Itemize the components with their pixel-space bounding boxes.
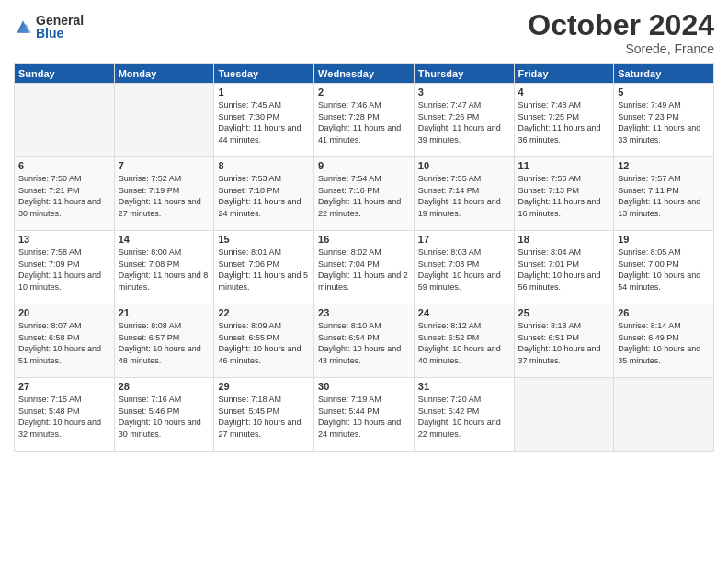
day-info: Sunrise: 7:52 AM Sunset: 7:19 PM Dayligh… xyxy=(119,173,210,219)
day-info: Sunrise: 7:55 AM Sunset: 7:14 PM Dayligh… xyxy=(418,173,510,219)
day-info: Sunrise: 8:07 AM Sunset: 6:58 PM Dayligh… xyxy=(18,320,110,366)
day-number: 3 xyxy=(418,86,510,98)
column-header-wednesday: Wednesday xyxy=(314,64,415,84)
day-number: 5 xyxy=(618,86,710,98)
calendar-cell: 4 Sunrise: 7:48 AM Sunset: 7:25 PM Dayli… xyxy=(514,84,614,157)
sunrise-text: Sunrise: 7:20 AM xyxy=(418,395,482,404)
calendar-cell: 25 Sunrise: 8:13 AM Sunset: 6:51 PM Dayl… xyxy=(514,304,614,378)
day-info: Sunrise: 8:14 AM Sunset: 6:49 PM Dayligh… xyxy=(618,320,710,366)
day-number: 14 xyxy=(119,234,210,245)
day-number: 25 xyxy=(518,307,610,318)
column-header-sunday: Sunday xyxy=(15,64,115,84)
daylight-text: Daylight: 11 hours and 33 minutes. xyxy=(618,123,700,144)
sunset-text: Sunset: 7:30 PM xyxy=(218,112,279,121)
day-info: Sunrise: 7:19 AM Sunset: 5:44 PM Dayligh… xyxy=(318,394,410,440)
calendar-cell: 17 Sunrise: 8:03 AM Sunset: 7:03 PM Dayl… xyxy=(414,231,514,304)
calendar-cell: 13 Sunrise: 7:58 AM Sunset: 7:09 PM Dayl… xyxy=(15,231,115,304)
sunset-text: Sunset: 6:54 PM xyxy=(318,333,380,342)
week-row: 20 Sunrise: 8:07 AM Sunset: 6:58 PM Dayl… xyxy=(15,304,714,378)
day-number: 24 xyxy=(418,307,510,318)
day-info: Sunrise: 7:46 AM Sunset: 7:28 PM Dayligh… xyxy=(318,99,410,145)
day-number: 29 xyxy=(218,381,310,392)
daylight-text: Daylight: 11 hours and 39 minutes. xyxy=(418,123,501,144)
calendar-cell: 30 Sunrise: 7:19 AM Sunset: 5:44 PM Dayl… xyxy=(314,378,415,452)
calendar-cell: 6 Sunrise: 7:50 AM Sunset: 7:21 PM Dayli… xyxy=(15,157,115,231)
daylight-text: Daylight: 11 hours and 44 minutes. xyxy=(218,123,301,144)
sunset-text: Sunset: 5:48 PM xyxy=(18,407,80,416)
day-info: Sunrise: 8:04 AM Sunset: 7:01 PM Dayligh… xyxy=(518,247,610,293)
calendar-cell: 12 Sunrise: 7:57 AM Sunset: 7:11 PM Dayl… xyxy=(614,157,714,231)
calendar-cell: 23 Sunrise: 8:10 AM Sunset: 6:54 PM Dayl… xyxy=(314,304,415,378)
calendar-cell: 27 Sunrise: 7:15 AM Sunset: 5:48 PM Dayl… xyxy=(15,378,115,452)
sunset-text: Sunset: 7:25 PM xyxy=(518,112,580,121)
daylight-text: Daylight: 11 hours and 22 minutes. xyxy=(318,197,401,218)
sunset-text: Sunset: 5:42 PM xyxy=(418,407,480,416)
sunset-text: Sunset: 7:11 PM xyxy=(618,186,679,195)
calendar-cell: 21 Sunrise: 8:08 AM Sunset: 6:57 PM Dayl… xyxy=(114,304,214,378)
day-info: Sunrise: 7:50 AM Sunset: 7:21 PM Dayligh… xyxy=(18,173,110,219)
day-number: 16 xyxy=(318,234,410,245)
day-number: 4 xyxy=(518,86,610,98)
sunrise-text: Sunrise: 7:46 AM xyxy=(318,100,381,109)
week-row: 27 Sunrise: 7:15 AM Sunset: 5:48 PM Dayl… xyxy=(15,378,714,452)
column-header-monday: Monday xyxy=(114,64,214,84)
calendar-cell: 24 Sunrise: 8:12 AM Sunset: 6:52 PM Dayl… xyxy=(414,304,514,378)
day-info: Sunrise: 7:45 AM Sunset: 7:30 PM Dayligh… xyxy=(218,99,310,145)
sunset-text: Sunset: 7:26 PM xyxy=(418,112,480,121)
sunset-text: Sunset: 7:19 PM xyxy=(119,186,180,195)
calendar-cell: 29 Sunrise: 7:18 AM Sunset: 5:45 PM Dayl… xyxy=(214,378,314,452)
sunrise-text: Sunrise: 8:03 AM xyxy=(418,247,482,257)
sunset-text: Sunset: 7:03 PM xyxy=(418,259,480,269)
day-number: 9 xyxy=(318,160,410,171)
sunset-text: Sunset: 7:18 PM xyxy=(218,186,279,195)
calendar-cell xyxy=(114,84,214,157)
daylight-text: Daylight: 11 hours and 41 minutes. xyxy=(318,123,401,144)
sunrise-text: Sunrise: 8:05 AM xyxy=(618,247,681,257)
daylight-text: Daylight: 11 hours and 16 minutes. xyxy=(518,197,601,218)
day-info: Sunrise: 7:54 AM Sunset: 7:16 PM Dayligh… xyxy=(318,173,410,219)
calendar-cell: 9 Sunrise: 7:54 AM Sunset: 7:16 PM Dayli… xyxy=(314,157,415,231)
day-info: Sunrise: 8:13 AM Sunset: 6:51 PM Dayligh… xyxy=(518,320,610,366)
calendar-cell: 18 Sunrise: 8:04 AM Sunset: 7:01 PM Dayl… xyxy=(514,231,614,304)
day-info: Sunrise: 8:02 AM Sunset: 7:04 PM Dayligh… xyxy=(318,247,410,293)
sunrise-text: Sunrise: 7:45 AM xyxy=(218,100,281,109)
column-header-tuesday: Tuesday xyxy=(214,64,314,84)
day-number: 11 xyxy=(518,160,610,171)
sunrise-text: Sunrise: 7:54 AM xyxy=(318,174,381,183)
day-info: Sunrise: 7:16 AM Sunset: 5:46 PM Dayligh… xyxy=(119,394,210,440)
sunrise-text: Sunrise: 8:13 AM xyxy=(518,321,582,330)
calendar-cell: 31 Sunrise: 7:20 AM Sunset: 5:42 PM Dayl… xyxy=(414,378,514,452)
day-number: 15 xyxy=(218,234,310,245)
calendar-cell: 3 Sunrise: 7:47 AM Sunset: 7:26 PM Dayli… xyxy=(414,84,514,157)
sunset-text: Sunset: 5:45 PM xyxy=(218,407,279,416)
calendar-cell: 28 Sunrise: 7:16 AM Sunset: 5:46 PM Dayl… xyxy=(114,378,214,452)
sunrise-text: Sunrise: 8:01 AM xyxy=(218,247,281,257)
daylight-text: Daylight: 11 hours and 27 minutes. xyxy=(119,197,201,218)
day-info: Sunrise: 7:53 AM Sunset: 7:18 PM Dayligh… xyxy=(218,173,310,219)
day-number: 12 xyxy=(618,160,710,171)
day-info: Sunrise: 8:01 AM Sunset: 7:06 PM Dayligh… xyxy=(218,247,310,293)
day-info: Sunrise: 8:10 AM Sunset: 6:54 PM Dayligh… xyxy=(318,320,410,366)
calendar-cell: 14 Sunrise: 8:00 AM Sunset: 7:08 PM Dayl… xyxy=(114,231,214,304)
sunrise-text: Sunrise: 7:49 AM xyxy=(618,100,681,109)
daylight-text: Daylight: 10 hours and 30 minutes. xyxy=(119,418,201,439)
day-number: 20 xyxy=(18,307,110,318)
column-header-saturday: Saturday xyxy=(614,64,714,84)
sunset-text: Sunset: 7:09 PM xyxy=(18,259,80,269)
sunset-text: Sunset: 7:08 PM xyxy=(119,259,180,269)
calendar-cell: 19 Sunrise: 8:05 AM Sunset: 7:00 PM Dayl… xyxy=(614,231,714,304)
sunrise-text: Sunrise: 8:04 AM xyxy=(518,247,582,257)
day-info: Sunrise: 7:49 AM Sunset: 7:23 PM Dayligh… xyxy=(618,99,710,145)
sunset-text: Sunset: 6:52 PM xyxy=(418,333,480,342)
calendar-cell: 16 Sunrise: 8:02 AM Sunset: 7:04 PM Dayl… xyxy=(314,231,415,304)
sunrise-text: Sunrise: 7:48 AM xyxy=(518,100,582,109)
day-info: Sunrise: 7:58 AM Sunset: 7:09 PM Dayligh… xyxy=(18,247,110,293)
day-number: 31 xyxy=(418,381,510,392)
sunrise-text: Sunrise: 7:58 AM xyxy=(18,247,82,257)
calendar-cell: 5 Sunrise: 7:49 AM Sunset: 7:23 PM Dayli… xyxy=(614,84,714,157)
sunrise-text: Sunrise: 7:50 AM xyxy=(18,174,82,183)
day-number: 23 xyxy=(318,307,410,318)
day-number: 18 xyxy=(518,234,610,245)
day-number: 8 xyxy=(218,160,310,171)
logo-text: General Blue xyxy=(36,14,84,40)
